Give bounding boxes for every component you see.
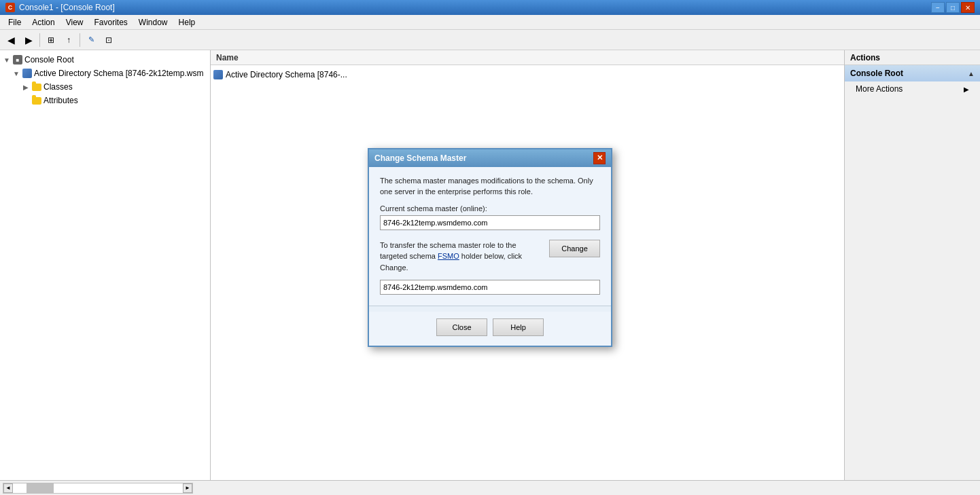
fsmo-link[interactable]: FSMO [438,252,459,260]
current-schema-label: Current schema master (online): [380,204,600,213]
dialog-close-button[interactable]: ✕ [593,152,606,164]
change-button[interactable]: Change [549,240,600,257]
current-schema-input [380,215,600,230]
transfer-section: To transfer the schema master role to th… [380,240,600,274]
help-dialog-button[interactable]: Help [493,318,544,336]
close-dialog-button[interactable]: Close [436,318,487,336]
dialog-body: The schema master manages modifications … [369,167,611,306]
dialog-title-bar: Change Schema Master ✕ [369,149,611,167]
target-schema-input [380,280,600,295]
transfer-description: To transfer the schema master role to th… [380,240,544,274]
change-schema-master-dialog: Change Schema Master ✕ The schema master… [368,148,612,348]
dialog-separator [369,306,611,306]
dialog-description: The schema master manages modifications … [380,175,600,198]
dialog-title: Change Schema Master [374,153,466,163]
modal-overlay: Change Schema Master ✕ The schema master… [0,0,980,495]
dialog-footer: Close Help [369,312,611,346]
